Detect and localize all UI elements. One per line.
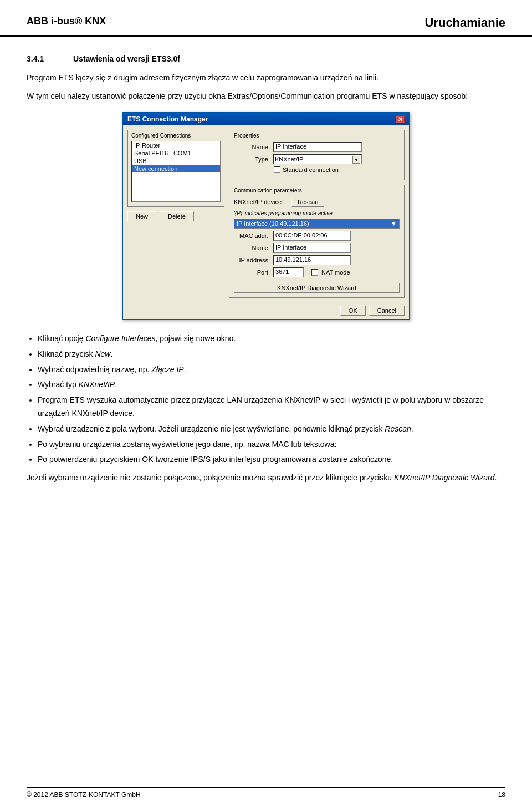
footer-page-number: 18	[498, 791, 505, 799]
properties-group-title: Properties	[234, 133, 400, 139]
name2-input[interactable]: IP Interface	[273, 243, 351, 253]
dialog-titlebar: ETS Connection Manager ✕	[123, 113, 409, 125]
ok-cancel-row: OK Cancel	[123, 302, 409, 319]
right-panel: Properties Name: IP Interface Type: KNXn…	[229, 130, 405, 298]
dialog-close-button[interactable]: ✕	[396, 115, 405, 123]
bullet-2: Kliknąć przycisk New.	[38, 348, 505, 361]
dialog-box: ETS Connection Manager ✕ Configured Conn…	[122, 112, 410, 320]
nat-mode-checkbox[interactable]	[311, 269, 318, 276]
mac-input[interactable]: 00:0C:DE:00:02:06	[273, 231, 351, 241]
left-panel: Configured Connections IP-Router Serial …	[127, 130, 224, 298]
type-select-arrow: ▼	[352, 156, 360, 164]
bullet-3: Wybrać odpowiednią nazwę, np. Złącze IP.	[38, 363, 505, 377]
list-item-serial[interactable]: Serial PEI16 - COM1	[132, 149, 220, 157]
port-row: Port: 3671 NAT mode	[234, 267, 400, 277]
name2-row: Name: IP Interface	[234, 243, 400, 253]
ip-row: IP address: 10.49.121.16	[234, 255, 400, 265]
intro-paragraph2: W tym celu należy ustanowić połączenie p…	[27, 90, 505, 102]
dropdown-selected-text: IP Interface (10.49.121.16)	[237, 220, 309, 227]
bullet-1: Kliknąć opcję Configure Interfaces, poja…	[38, 332, 505, 346]
outro-paragraph: Jeżeli wybrane urządzenie nie zostanie p…	[27, 472, 505, 484]
page-header: ABB i-bus® KNX Uruchamianie	[0, 0, 532, 37]
name-input[interactable]: IP Interface	[273, 142, 362, 152]
comm-params-title: Communication parameters	[234, 187, 400, 194]
name2-label: Name:	[234, 245, 270, 251]
list-item-usb[interactable]: USB	[132, 157, 220, 165]
dialog-wrapper: ETS Connection Manager ✕ Configured Conn…	[27, 112, 505, 320]
knxnet-device-row: KNXnet/IP device: Rescan	[234, 197, 400, 207]
standard-connection-row: Standard connection	[274, 166, 400, 173]
ip-input[interactable]: 10.49.121.16	[273, 255, 351, 265]
cancel-button[interactable]: Cancel	[369, 306, 405, 316]
port-label: Port:	[234, 269, 270, 276]
new-button[interactable]: New	[127, 211, 156, 221]
info-text: '{P}' indicates programming mode active	[234, 210, 400, 216]
chapter-title: Uruchamianie	[425, 16, 506, 30]
port-input[interactable]: 3671	[273, 267, 304, 277]
delete-button[interactable]: Delete	[160, 211, 194, 221]
name-row: Name: IP Interface	[234, 142, 400, 152]
connections-listbox[interactable]: IP-Router Serial PEI16 - COM1 USB New co…	[131, 141, 221, 202]
ok-button[interactable]: OK	[340, 306, 366, 316]
nat-mode-label: NAT mode	[321, 269, 350, 276]
comm-params-group: Communication parameters KNXnet/IP devic…	[229, 185, 405, 298]
bullet-8: Po potwierdzeniu przyciskiem OK tworzeni…	[38, 453, 505, 466]
mac-row: MAC addr.: 00:0C:DE:00:02:06	[234, 231, 400, 241]
list-item-ip-router[interactable]: IP-Router	[132, 141, 220, 149]
main-content: 3.4.1 Ustawienia od wersji ETS3.0f Progr…	[0, 37, 532, 535]
ip-label: IP address:	[234, 257, 270, 263]
type-row: Type: KNXnet/IP ▼	[234, 154, 400, 164]
configured-connections-title: Configured Connections	[131, 133, 221, 139]
dropdown-arrow: ▼	[391, 220, 397, 227]
dialog-body: Configured Connections IP-Router Serial …	[123, 125, 409, 302]
name-label: Name:	[234, 144, 270, 150]
mac-label: MAC addr.:	[234, 232, 270, 239]
section-number: 3.4.1	[27, 54, 60, 63]
bullet-5: Program ETS wyszuka automatycznie przez …	[38, 394, 505, 420]
type-label: Type:	[234, 156, 270, 163]
bullet-list: Kliknąć opcję Configure Interfaces, poja…	[38, 332, 505, 466]
knxnet-device-label: KNXnet/IP device:	[234, 199, 289, 205]
dialog-title: ETS Connection Manager	[127, 115, 208, 123]
page-footer: © 2012 ABB STOTZ-KONTAKT GmbH 18	[27, 787, 505, 799]
properties-group: Properties Name: IP Interface Type: KNXn…	[229, 130, 405, 180]
standard-connection-checkbox[interactable]	[274, 166, 280, 173]
section-heading: 3.4.1 Ustawienia od wersji ETS3.0f	[27, 54, 505, 63]
bullet-6: Wybrać urządzenie z pola wyboru. Jeżeli …	[38, 423, 505, 436]
intro-paragraph1: Program ETS łączy się z drugim adresem f…	[27, 72, 505, 84]
section-title: Ustawienia od wersji ETS3.0f	[73, 54, 180, 63]
diagnostic-wizard-button[interactable]: KNXnet/IP Diagnostic Wizard	[234, 283, 400, 293]
standard-connection-label: Standard connection	[283, 166, 339, 173]
bullet-4: Wybrać typ KNXnet/IP.	[38, 378, 505, 392]
configured-connections-group: Configured Connections IP-Router Serial …	[127, 130, 224, 207]
bullet-7: Po wybraniu urządzenia zostaną wyświetlo…	[38, 438, 505, 451]
rescan-button[interactable]: Rescan	[291, 197, 324, 207]
footer-copyright: © 2012 ABB STOTZ-KONTAKT GmbH	[27, 791, 141, 799]
knxnet-device-dropdown[interactable]: IP Interface (10.49.121.16) ▼	[234, 219, 400, 229]
list-item-new-connection[interactable]: New connection	[132, 165, 220, 172]
left-buttons: New Delete	[127, 211, 224, 221]
brand-name: ABB i-bus® KNX	[27, 16, 106, 27]
type-select[interactable]: KNXnet/IP ▼	[273, 154, 362, 164]
